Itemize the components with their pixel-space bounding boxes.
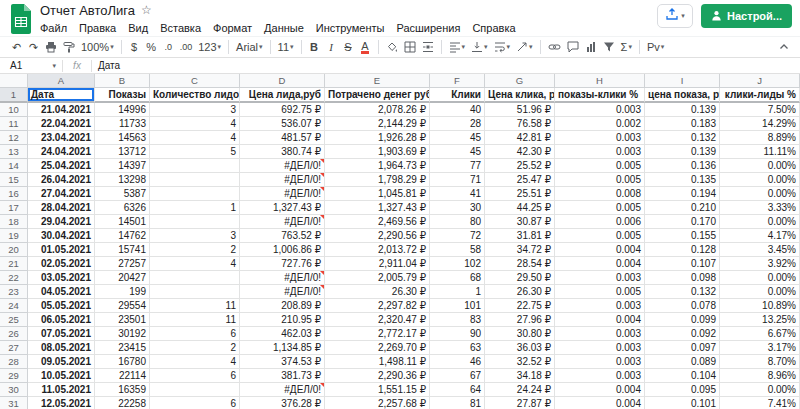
cell[interactable]: 7.50% [720, 103, 800, 117]
cell[interactable]: 40 [430, 103, 485, 117]
redo-button[interactable]: ↷ [25, 38, 42, 56]
export-button[interactable]: ▾ [657, 4, 693, 28]
cell[interactable]: 0.107 [645, 257, 720, 271]
cell[interactable]: 15741 [95, 243, 150, 257]
cell[interactable]: 199 [95, 285, 150, 299]
increase-decimals-button[interactable]: .00 [177, 38, 196, 56]
cell[interactable]: 13.25% [720, 313, 800, 327]
column-header-a[interactable]: A [28, 74, 95, 88]
row-header[interactable]: 17 [0, 201, 28, 215]
cell[interactable]: 77 [430, 159, 485, 173]
cell[interactable]: 80 [430, 215, 485, 229]
cell[interactable]: 14.29% [720, 117, 800, 131]
cell[interactable] [150, 159, 240, 173]
cell[interactable]: 36.03 ₽ [485, 341, 555, 355]
cell[interactable]: 0.004 [555, 257, 645, 271]
cell[interactable]: 0.097 [645, 341, 720, 355]
star-icon[interactable]: ☆ [141, 4, 152, 16]
row-header[interactable]: 10 [0, 103, 28, 117]
cell[interactable]: Количество лидов [150, 88, 240, 103]
cell[interactable]: 58 [430, 243, 485, 257]
cell[interactable] [150, 271, 240, 285]
cell[interactable]: 71 [430, 173, 485, 187]
fill-color-button[interactable] [383, 38, 401, 56]
strikethrough-button[interactable]: S [340, 38, 357, 56]
cell[interactable]: 1,798.29 ₽ [325, 173, 430, 187]
insert-comment-button[interactable] [564, 38, 582, 56]
percent-format-button[interactable]: % [143, 38, 160, 56]
cell[interactable]: 0.003 [555, 341, 645, 355]
filter-button[interactable] [600, 38, 618, 56]
cell[interactable]: 13712 [95, 145, 150, 159]
cell[interactable]: 25.51 ₽ [485, 187, 555, 201]
cell[interactable]: 23.04.2021 [28, 131, 95, 145]
cell[interactable]: 0.092 [645, 327, 720, 341]
menu-item[interactable]: Формат [207, 22, 258, 34]
cell[interactable]: 11733 [95, 117, 150, 131]
cell[interactable]: 0.00% [720, 383, 800, 397]
cell[interactable]: 14996 [95, 103, 150, 117]
cell[interactable]: 76.58 ₽ [485, 117, 555, 131]
cell[interactable]: 374.53 ₽ [240, 355, 325, 369]
menu-item[interactable]: Файл [34, 22, 73, 34]
cell[interactable]: 0.00% [720, 159, 800, 173]
menu-item[interactable]: Вид [122, 22, 154, 34]
cell[interactable]: 2,911.04 ₽ [325, 257, 430, 271]
cell[interactable]: 0.003 [555, 327, 645, 341]
column-header-c[interactable]: C [150, 74, 240, 88]
column-header-h[interactable]: H [555, 74, 645, 88]
cell[interactable]: 0.004 [555, 313, 645, 327]
column-header-d[interactable]: D [240, 74, 325, 88]
cell[interactable]: 5 [150, 145, 240, 159]
cell[interactable]: 0.00% [720, 187, 800, 201]
cell[interactable]: 1,498.11 ₽ [325, 355, 430, 369]
cell[interactable]: 6 [150, 397, 240, 409]
cell[interactable]: 23501 [95, 313, 150, 327]
row-header[interactable]: 11 [0, 117, 28, 131]
row-header[interactable]: 15 [0, 173, 28, 187]
row-header[interactable]: 16 [0, 187, 28, 201]
cell[interactable]: Клики [430, 88, 485, 103]
cell[interactable]: 1,903.69 ₽ [325, 145, 430, 159]
row-header[interactable]: 29 [0, 369, 28, 383]
cell[interactable]: 34.72 ₽ [485, 243, 555, 257]
cell[interactable]: 0.139 [645, 145, 720, 159]
cell[interactable]: 0.003 [555, 145, 645, 159]
zoom-select[interactable]: 100% ▾ [78, 38, 117, 56]
cell[interactable]: 0.099 [645, 313, 720, 327]
cell[interactable]: 2,290.56 ₽ [325, 229, 430, 243]
cell[interactable]: 32.52 ₽ [485, 355, 555, 369]
vertical-align-button[interactable]: ▾ [468, 38, 491, 56]
cell[interactable]: 26.04.2021 [28, 173, 95, 187]
cell[interactable]: 1 [430, 285, 485, 299]
bold-button[interactable]: B [306, 38, 323, 56]
cell[interactable]: 10.89% [720, 299, 800, 313]
cell[interactable]: 14563 [95, 131, 150, 145]
cell[interactable]: 07.05.2021 [28, 327, 95, 341]
cell[interactable]: 2,257.68 ₽ [325, 397, 430, 409]
cell[interactable]: 10.05.2021 [28, 369, 95, 383]
cell[interactable]: 22.75 ₽ [485, 299, 555, 313]
print-button[interactable] [42, 38, 60, 56]
cell[interactable]: #ДЕЛ/0! [240, 383, 325, 397]
column-header-e[interactable]: E [325, 74, 430, 88]
cell[interactable]: 68 [430, 271, 485, 285]
cell[interactable]: 4 [150, 355, 240, 369]
cell[interactable] [150, 285, 240, 299]
cell[interactable]: 0.006 [555, 215, 645, 229]
text-color-button[interactable]: A [361, 41, 368, 54]
cell[interactable]: 2,078.26 ₽ [325, 103, 430, 117]
cell[interactable]: 27257 [95, 257, 150, 271]
cell[interactable]: 90 [430, 327, 485, 341]
cell[interactable]: 2,297.82 ₽ [325, 299, 430, 313]
cell[interactable]: Цена лида,руб [240, 88, 325, 103]
cell[interactable]: 44.25 ₽ [485, 201, 555, 215]
formula-input[interactable]: Дата [92, 60, 120, 71]
cell[interactable]: 34.18 ₽ [485, 369, 555, 383]
cell[interactable]: цена показа, руб [645, 88, 720, 103]
cell[interactable]: 29.04.2021 [28, 215, 95, 229]
cell[interactable]: 51.96 ₽ [485, 103, 555, 117]
sheets-logo-icon[interactable] [9, 4, 33, 34]
cell[interactable]: 26.30 ₽ [325, 285, 430, 299]
cell[interactable]: 0.00% [720, 173, 800, 187]
